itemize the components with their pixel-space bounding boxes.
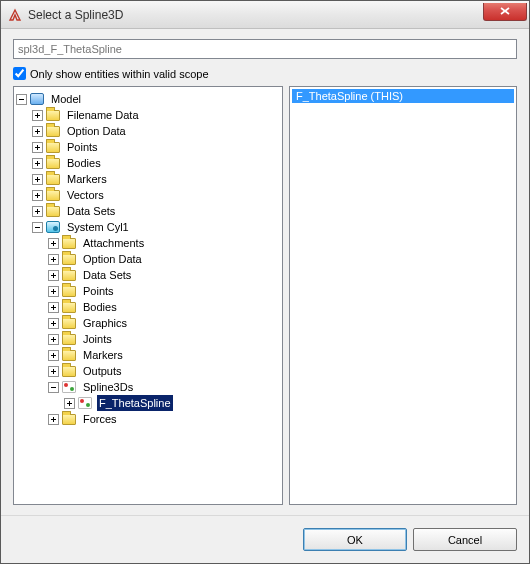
tree-label[interactable]: Graphics (81, 315, 129, 331)
tree-label[interactable]: Data Sets (81, 267, 133, 283)
folder-icon (62, 364, 78, 378)
list-item-selected[interactable]: F_ThetaSpline (THIS) (292, 89, 514, 103)
tree-node[interactable]: Graphics (48, 315, 280, 331)
folder-icon (62, 348, 78, 362)
folder-icon (62, 300, 78, 314)
scope-checkbox-row[interactable]: Only show entities within valid scope (13, 67, 517, 80)
tree-label[interactable]: Option Data (81, 251, 144, 267)
window-title: Select a Spline3D (28, 8, 483, 22)
model-icon (30, 92, 46, 106)
expand-icon[interactable] (32, 158, 43, 169)
tree-node[interactable]: Bodies (48, 299, 280, 315)
folder-icon (62, 316, 78, 330)
expand-icon[interactable] (48, 414, 59, 425)
dialog-window: Select a Spline3D Only show entities wit… (0, 0, 530, 564)
tree-label-selected[interactable]: F_ThetaSpline (97, 395, 173, 411)
expand-icon[interactable] (32, 174, 43, 185)
svg-marker-0 (10, 10, 20, 20)
tree-node[interactable]: Option Data (32, 123, 280, 139)
scope-checkbox[interactable] (13, 67, 26, 80)
tree-node[interactable]: Joints (48, 331, 280, 347)
expand-icon[interactable] (48, 318, 59, 329)
tree-node[interactable]: Points (48, 283, 280, 299)
expand-icon[interactable] (32, 142, 43, 153)
tree-node[interactable]: Attachments (48, 235, 280, 251)
tree-label[interactable]: Spline3Ds (81, 379, 135, 395)
tree-node-splines[interactable]: Spline3Ds (48, 379, 280, 395)
expand-icon[interactable] (32, 110, 43, 121)
entity-name-input[interactable] (13, 39, 517, 59)
folder-icon (62, 412, 78, 426)
tree-node-model[interactable]: Model (16, 91, 280, 107)
expand-icon[interactable] (32, 126, 43, 137)
tree-label[interactable]: Markers (65, 171, 109, 187)
scope-checkbox-label: Only show entities within valid scope (30, 68, 209, 80)
expand-icon[interactable] (48, 350, 59, 361)
expand-icon[interactable] (32, 206, 43, 217)
tree-node[interactable]: Outputs (48, 363, 280, 379)
list-pane[interactable]: F_ThetaSpline (THIS) (289, 86, 517, 505)
tree-node-ftheta[interactable]: F_ThetaSpline (64, 395, 280, 411)
expand-icon[interactable] (64, 398, 75, 409)
cancel-button[interactable]: Cancel (413, 528, 517, 551)
tree-label[interactable]: Filename Data (65, 107, 141, 123)
folder-icon (46, 140, 62, 154)
tree-label[interactable]: System Cyl1 (65, 219, 131, 235)
expand-icon[interactable] (48, 238, 59, 249)
tree-label[interactable]: Markers (81, 347, 125, 363)
folder-icon (62, 332, 78, 346)
tree-label[interactable]: Outputs (81, 363, 124, 379)
expand-icon[interactable] (48, 302, 59, 313)
tree-node[interactable]: Forces (48, 411, 280, 427)
expand-icon[interactable] (32, 190, 43, 201)
panes-container: Model Filename Data Option Data Points B… (13, 86, 517, 505)
folder-icon (46, 188, 62, 202)
tree-label[interactable]: Points (65, 139, 100, 155)
folder-icon (62, 268, 78, 282)
collapse-icon[interactable] (16, 94, 27, 105)
tree-label[interactable]: Attachments (81, 235, 146, 251)
expand-icon[interactable] (48, 366, 59, 377)
spline-icon (62, 380, 78, 394)
titlebar: Select a Spline3D (1, 1, 529, 29)
spline-icon (78, 396, 94, 410)
close-button[interactable] (483, 3, 527, 21)
collapse-icon[interactable] (48, 382, 59, 393)
tree-node[interactable]: Vectors (32, 187, 280, 203)
tree-label[interactable]: Joints (81, 331, 114, 347)
folder-icon (46, 124, 62, 138)
button-row: OK Cancel (1, 515, 529, 563)
tree-label[interactable]: Vectors (65, 187, 106, 203)
tree-label[interactable]: Bodies (81, 299, 119, 315)
folder-icon (62, 284, 78, 298)
tree-node[interactable]: Bodies (32, 155, 280, 171)
folder-icon (46, 204, 62, 218)
expand-icon[interactable] (48, 286, 59, 297)
app-icon (7, 7, 23, 23)
tree-node[interactable]: Option Data (48, 251, 280, 267)
folder-icon (46, 172, 62, 186)
tree-node[interactable]: Points (32, 139, 280, 155)
tree-node[interactable]: Markers (32, 171, 280, 187)
system-icon (46, 220, 62, 234)
ok-button[interactable]: OK (303, 528, 407, 551)
tree-label[interactable]: Forces (81, 411, 119, 427)
tree-label[interactable]: Data Sets (65, 203, 117, 219)
tree-node[interactable]: Data Sets (32, 203, 280, 219)
folder-icon (46, 108, 62, 122)
tree-label[interactable]: Model (49, 91, 83, 107)
tree-label[interactable]: Points (81, 283, 116, 299)
tree-node[interactable]: Data Sets (48, 267, 280, 283)
collapse-icon[interactable] (32, 222, 43, 233)
tree-node[interactable]: Markers (48, 347, 280, 363)
tree-label[interactable]: Option Data (65, 123, 128, 139)
tree-node[interactable]: Filename Data (32, 107, 280, 123)
folder-icon (62, 252, 78, 266)
tree-node-system[interactable]: System Cyl1 (32, 219, 280, 235)
tree-label[interactable]: Bodies (65, 155, 103, 171)
folder-icon (46, 156, 62, 170)
expand-icon[interactable] (48, 334, 59, 345)
expand-icon[interactable] (48, 254, 59, 265)
tree-pane[interactable]: Model Filename Data Option Data Points B… (13, 86, 283, 505)
expand-icon[interactable] (48, 270, 59, 281)
